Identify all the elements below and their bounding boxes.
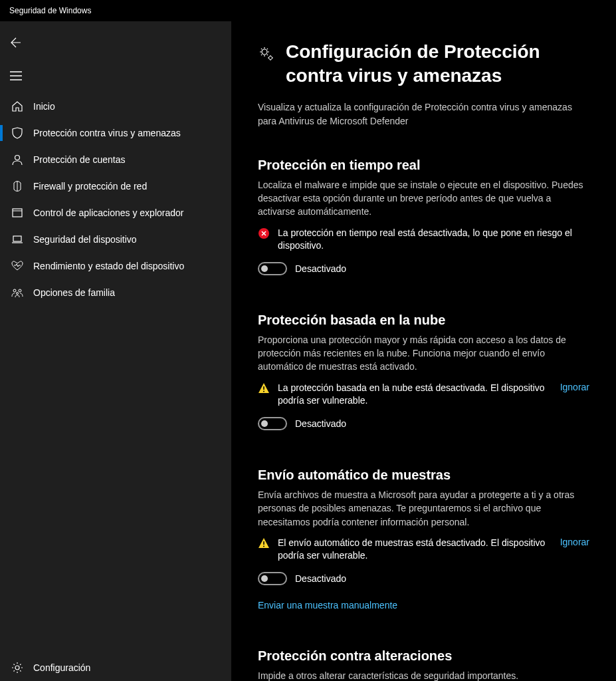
nav-item-performance[interactable]: Rendimiento y estado del dispositivo <box>0 253 231 279</box>
hamburger-button[interactable] <box>0 63 32 89</box>
svg-point-4 <box>19 289 21 292</box>
toggle-label: Desactivado <box>295 263 346 274</box>
page-description: Visualiza y actualiza la configuración d… <box>258 100 589 128</box>
nav-label: Configuración <box>33 662 90 673</box>
section-description: Proporciona una protección mayor y más r… <box>258 333 589 374</box>
nav-list: Inicio Protección contra virus y amenaza… <box>0 93 231 306</box>
svg-point-8 <box>269 57 272 60</box>
section-title: Envío automático de muestras <box>258 468 589 483</box>
section-title: Protección basada en la nube <box>258 313 589 328</box>
nav-item-device-security[interactable]: Seguridad del dispositivo <box>0 226 231 253</box>
svg-rect-1 <box>13 209 22 217</box>
status-text: El envío automático de muestras está des… <box>278 537 547 563</box>
person-icon <box>11 154 24 166</box>
nav-label: Rendimiento y estado del dispositivo <box>33 261 184 271</box>
svg-point-7 <box>262 49 267 55</box>
section-description: Localiza el malware e impide que se inst… <box>258 178 589 219</box>
nav-label: Protección de cuentas <box>33 154 126 165</box>
nav-item-family[interactable]: Opciones de familia <box>0 279 231 306</box>
gear-icon <box>11 662 24 674</box>
nav-label: Control de aplicaciones y explorador <box>33 207 183 218</box>
family-icon <box>11 287 24 299</box>
dismiss-link[interactable]: Ignorar <box>560 537 589 547</box>
nav-label: Opciones de familia <box>33 287 115 298</box>
toggle-label: Desactivado <box>295 418 346 429</box>
section-cloud: Protección basada en la nube Proporciona… <box>258 313 589 430</box>
settings-page-icon <box>258 45 276 63</box>
window-title: Seguridad de Windows <box>9 6 91 15</box>
laptop-icon <box>11 233 24 245</box>
section-realtime: Protección en tiempo real Localiza el ma… <box>258 158 589 275</box>
nav-label: Seguridad del dispositivo <box>33 234 137 245</box>
shield-icon <box>11 127 24 139</box>
svg-point-5 <box>17 293 19 295</box>
section-title: Protección en tiempo real <box>258 158 589 173</box>
warning-icon <box>258 537 270 549</box>
nav-label: Firewall y protección de red <box>33 181 147 192</box>
nav-item-settings[interactable]: Configuración <box>0 654 231 681</box>
network-icon <box>11 180 24 192</box>
back-button[interactable] <box>0 29 32 56</box>
nav-item-virus[interactable]: Protección contra virus y amenazas <box>0 120 231 146</box>
app-browser-icon <box>11 207 24 219</box>
home-icon <box>11 100 24 112</box>
status-text: La protección basada en la nube está des… <box>278 382 547 408</box>
error-icon <box>258 227 270 239</box>
sidebar: Inicio Protección contra virus y amenaza… <box>0 21 231 681</box>
nav-label: Inicio <box>33 101 55 112</box>
svg-rect-2 <box>13 236 21 241</box>
dismiss-link[interactable]: Ignorar <box>560 382 589 392</box>
svg-point-0 <box>15 156 20 160</box>
toggle-cloud[interactable] <box>258 417 287 430</box>
hamburger-icon <box>10 71 22 80</box>
svg-point-6 <box>15 666 19 670</box>
back-arrow-icon <box>11 37 21 48</box>
window-titlebar: Seguridad de Windows <box>0 0 616 21</box>
page-title: Configuración de Protección contra virus… <box>286 40 589 88</box>
nav-label: Protección contra virus y amenazas <box>33 128 181 138</box>
toggle-label: Desactivado <box>295 573 346 584</box>
section-description: Envía archivos de muestra a Microsoft pa… <box>258 488 589 529</box>
section-description: Impide a otros alterar características d… <box>258 669 589 681</box>
section-samples: Envío automático de muestras Envía archi… <box>258 468 589 611</box>
nav-item-firewall[interactable]: Firewall y protección de red <box>0 173 231 200</box>
nav-item-appcontrol[interactable]: Control de aplicaciones y explorador <box>0 200 231 226</box>
toggle-realtime[interactable] <box>258 262 287 275</box>
svg-point-3 <box>13 289 16 292</box>
submit-sample-link[interactable]: Enviar una muestra manualmente <box>258 600 397 611</box>
status-text: La protección en tiempo real está desact… <box>278 227 589 253</box>
nav-item-inicio[interactable]: Inicio <box>0 93 231 120</box>
main-content: Configuración de Protección contra virus… <box>231 21 616 681</box>
heart-pulse-icon <box>11 260 24 272</box>
toggle-samples[interactable] <box>258 572 287 585</box>
nav-item-accounts[interactable]: Protección de cuentas <box>0 146 231 173</box>
svg-point-10 <box>263 390 264 392</box>
section-tamper: Protección contra alteraciones Impide a … <box>258 648 589 681</box>
section-title: Protección contra alteraciones <box>258 648 589 664</box>
warning-icon <box>258 382 270 394</box>
svg-point-11 <box>263 545 264 547</box>
